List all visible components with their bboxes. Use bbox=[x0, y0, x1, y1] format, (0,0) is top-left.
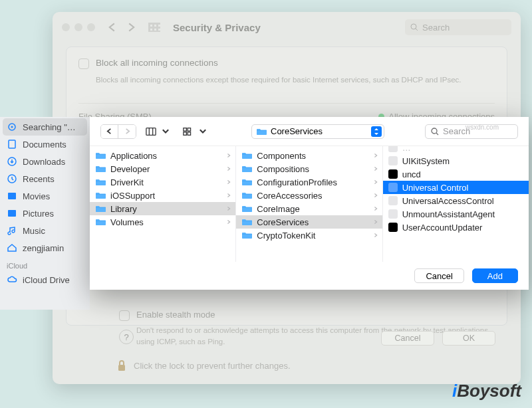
clock-icon bbox=[7, 173, 17, 184]
svg-rect-8 bbox=[8, 210, 16, 217]
item-label: CoreServices bbox=[257, 217, 309, 227]
list-item[interactable]: iOSSupport bbox=[90, 189, 235, 202]
stealth-title: Enable stealth mode bbox=[136, 310, 215, 320]
list-item[interactable]: Compositions bbox=[236, 162, 382, 175]
sheet-footer: Cancel Add bbox=[90, 262, 529, 290]
item-label: Components bbox=[257, 151, 306, 161]
svg-point-3 bbox=[11, 126, 13, 128]
movie-icon bbox=[7, 191, 17, 201]
item-label: Volumes bbox=[110, 217, 144, 227]
list-item[interactable]: UnmountAssistantAgent bbox=[383, 207, 529, 221]
grid-icon bbox=[148, 23, 160, 32]
svg-rect-10 bbox=[184, 128, 186, 130]
nav-back-forward bbox=[100, 124, 136, 139]
sidebar-item-label: Downloads bbox=[23, 157, 65, 167]
list-item[interactable]: UserAccountUpdater bbox=[383, 221, 529, 234]
folder-icon bbox=[256, 128, 267, 136]
item-label: iOSSupport bbox=[110, 191, 155, 201]
list-item[interactable]: … bbox=[383, 146, 529, 154]
svg-point-14 bbox=[432, 128, 437, 134]
chevron-down-icon bbox=[198, 127, 208, 136]
sidebar-item-recents[interactable]: Recents bbox=[0, 170, 90, 187]
item-label: Universal Control bbox=[402, 183, 469, 193]
svg-rect-11 bbox=[188, 128, 190, 130]
list-item[interactable]: Developer bbox=[90, 162, 235, 175]
finder-sidebar: Searching "… Documents Downloads Recents… bbox=[0, 117, 90, 310]
list-item[interactable]: CoreImage bbox=[236, 202, 382, 215]
item-label: CoreAccessories bbox=[257, 191, 322, 201]
list-item[interactable]: DriverKit bbox=[90, 175, 235, 189]
prefs-search: Search bbox=[405, 19, 511, 35]
column-browser: ApplicationsDeveloperDriverKitiOSSupport… bbox=[90, 146, 529, 262]
item-label: UIKitSystem bbox=[402, 156, 450, 166]
add-button[interactable]: Add bbox=[472, 268, 518, 283]
sidebar-item-documents[interactable]: Documents bbox=[0, 136, 90, 153]
lock-row: Click the lock to prevent further change… bbox=[116, 359, 291, 372]
sidebar-item-label: zengjiamin bbox=[23, 243, 64, 253]
gear-icon bbox=[7, 122, 17, 132]
list-item[interactable]: CryptoTokenKit bbox=[236, 229, 382, 242]
picture-icon bbox=[7, 208, 17, 219]
window-title: Security & Privacy bbox=[173, 22, 261, 33]
doc-icon bbox=[7, 139, 17, 150]
sidebar-item-downloads[interactable]: Downloads bbox=[0, 153, 90, 170]
sidebar-item-searching[interactable]: Searching "… bbox=[3, 118, 87, 136]
sidebar-item-label: Movies bbox=[23, 191, 50, 201]
music-icon bbox=[7, 225, 17, 236]
path-popup[interactable]: CoreServices bbox=[251, 124, 384, 139]
list-item[interactable]: Universal Control bbox=[383, 181, 529, 194]
column-2: ComponentsCompositionsConfigurationProfi… bbox=[236, 146, 382, 262]
list-item[interactable]: CoreAccessories bbox=[236, 189, 382, 202]
item-label: DriverKit bbox=[110, 177, 144, 187]
bg-cancel-button: Cancel bbox=[381, 331, 434, 346]
help-button: ? bbox=[119, 330, 134, 344]
column-1: ApplicationsDeveloperDriverKitiOSSupport… bbox=[90, 146, 236, 262]
svg-rect-7 bbox=[8, 193, 16, 199]
sidebar-item-pictures[interactable]: Pictures bbox=[0, 205, 90, 222]
block-connections-title: Block all incoming connections bbox=[96, 58, 218, 68]
stealth-checkbox bbox=[119, 310, 130, 321]
bg-ok-button: OK bbox=[442, 331, 495, 346]
sidebar-item-music[interactable]: Music bbox=[0, 222, 90, 239]
item-label: Applications bbox=[110, 151, 157, 161]
sheet-toolbar: CoreServices Search bbox=[90, 117, 529, 146]
group-button[interactable] bbox=[180, 124, 211, 139]
list-item[interactable]: UniversalAccessControl bbox=[383, 194, 529, 207]
home-icon bbox=[7, 243, 17, 253]
back-button[interactable] bbox=[101, 125, 118, 138]
item-label: UnmountAssistantAgent bbox=[402, 209, 495, 219]
sidebar-item-label: Pictures bbox=[23, 209, 54, 219]
file-picker-sheet: CoreServices Search ApplicationsDevelope… bbox=[90, 117, 529, 290]
sidebar-item-icloud-drive[interactable]: iCloud Drive bbox=[0, 271, 90, 288]
list-item[interactable]: Library bbox=[90, 202, 235, 215]
list-item[interactable]: uncd bbox=[383, 167, 529, 181]
sidebar-item-label: Music bbox=[23, 226, 45, 236]
popup-arrows-icon bbox=[371, 126, 382, 137]
column-3: …UIKitSystemuncdUniversal ControlUnivers… bbox=[383, 146, 529, 262]
view-columns-button[interactable] bbox=[143, 124, 174, 139]
list-item[interactable]: Applications bbox=[90, 149, 235, 162]
cloud-icon bbox=[7, 274, 17, 285]
svg-point-0 bbox=[411, 24, 416, 29]
item-label: ConfigurationProfiles bbox=[257, 177, 337, 187]
list-item[interactable]: Volumes bbox=[90, 215, 235, 229]
list-item[interactable]: UIKitSystem bbox=[383, 154, 529, 167]
search-icon bbox=[431, 128, 439, 136]
block-connections-desc: Blocks all incoming connections except t… bbox=[78, 74, 495, 86]
traffic-light-close bbox=[62, 23, 70, 31]
sidebar-item-movies[interactable]: Movies bbox=[0, 187, 90, 205]
sidebar-section-icloud: iCloud bbox=[0, 256, 90, 271]
list-item[interactable]: ConfigurationProfiles bbox=[236, 175, 382, 189]
svg-rect-4 bbox=[9, 140, 15, 148]
list-item[interactable]: Components bbox=[236, 149, 382, 162]
forward-button[interactable] bbox=[118, 125, 136, 138]
sidebar-item-label: Searching "… bbox=[23, 122, 76, 132]
chevron-down-icon bbox=[160, 127, 171, 136]
item-label: UserAccountUpdater bbox=[402, 223, 483, 233]
item-label: CoreImage bbox=[257, 204, 299, 214]
sidebar-item-home[interactable]: zengjiamin bbox=[0, 239, 90, 256]
app-icon bbox=[388, 209, 398, 219]
item-label: UniversalAccessControl bbox=[402, 196, 494, 206]
list-item[interactable]: CoreServices bbox=[236, 215, 382, 229]
cancel-button[interactable]: Cancel bbox=[414, 268, 464, 283]
